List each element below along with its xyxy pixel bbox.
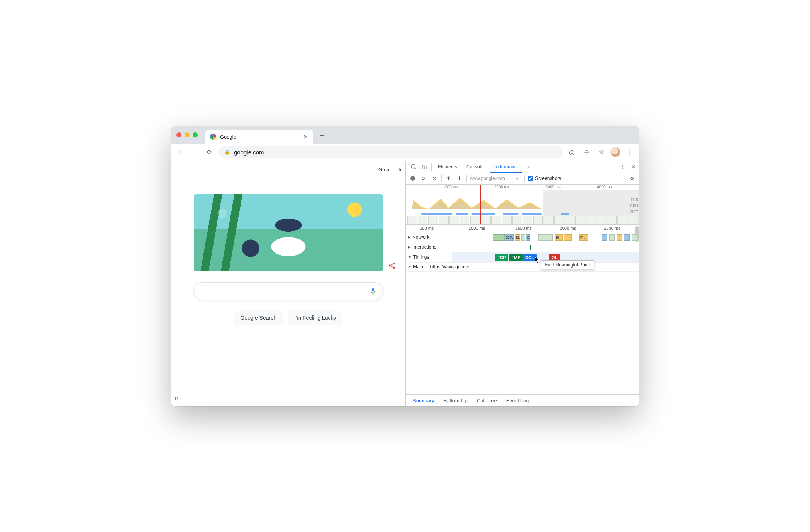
svg-rect-13	[522, 213, 541, 215]
chevron-right-icon[interactable]: ▶	[408, 245, 411, 249]
more-tabs-icon[interactable]: »	[524, 161, 533, 173]
record-button[interactable]	[409, 175, 417, 182]
performance-tracks[interactable]: 500 ms1000 ms1500 ms2000 ms2500 ms ▶Netw…	[406, 225, 639, 395]
track-interactions[interactable]: ▶Interactions	[406, 242, 639, 252]
browser-menu-icon[interactable]: ⋮	[624, 147, 635, 158]
track-main[interactable]: ▼Main — https://www.google.	[406, 263, 639, 272]
performance-toolbar: ⟳ ⊘ ⬆ ⬇ www.google.com #1 ▼ Screenshots …	[406, 173, 639, 185]
forward-button[interactable]: →	[190, 147, 200, 158]
google-top-links: Gmail Ir	[378, 167, 402, 173]
svg-rect-9	[421, 213, 452, 215]
page-cut-text: P	[175, 396, 178, 402]
settings-gear-icon[interactable]: ⚙	[628, 175, 636, 182]
lock-icon: 🔒	[224, 149, 230, 155]
svg-rect-8	[424, 166, 426, 169]
track-timings[interactable]: ▼Timings FCPFMPDCLOL	[406, 252, 639, 263]
browser-window: Google ✕ + ← → ⟳ 🔒 google.com ◎ ⊖ ☆ ⋮ Gm…	[171, 126, 639, 406]
devtools-close-icon[interactable]: ✕	[628, 161, 639, 173]
profile-name[interactable]: www.google.com #1	[470, 176, 511, 181]
tab-call-tree[interactable]: Call Tree	[472, 395, 502, 406]
google-button-row: Google Search I'm Feeling Lucky	[194, 311, 383, 325]
devtools-menu-icon[interactable]: ⋮	[617, 161, 628, 173]
address-bar[interactable]: 🔒 google.com	[219, 146, 563, 158]
chevron-down-icon[interactable]: ▼	[408, 255, 412, 259]
clear-button[interactable]: ⊘	[430, 175, 438, 182]
tooltip: First Meaningful Paint	[541, 260, 594, 269]
performance-overview[interactable]: 1000 ms2000 ms3000 ms4000 ms	[406, 185, 639, 225]
reload-button[interactable]: ⟳	[204, 147, 215, 158]
timeline-ruler: 500 ms1000 ms1500 ms2000 ms2500 ms	[406, 225, 639, 232]
back-button[interactable]: ←	[175, 147, 186, 158]
google-search-button[interactable]: Google Search	[234, 311, 283, 325]
profile-avatar[interactable]	[610, 147, 620, 157]
screenshots-checkbox[interactable]: Screenshots	[528, 176, 561, 181]
overview-lane-labels: FPS CPU NET	[630, 197, 638, 215]
link-images-cut[interactable]: Ir	[398, 167, 402, 173]
tab-strip: Google ✕ +	[171, 126, 639, 144]
devtools-tabstrip: Elements Console Performance » ⋮ ✕	[406, 161, 639, 173]
maximize-window-button[interactable]	[193, 132, 198, 137]
inspect-element-icon[interactable]	[408, 161, 419, 173]
svg-rect-10	[456, 213, 468, 215]
device-toolbar-icon[interactable]	[419, 161, 430, 173]
link-gmail[interactable]: Gmail	[378, 167, 391, 173]
screenshots-checkbox-input[interactable]	[528, 176, 533, 181]
feeling-lucky-button[interactable]: I'm Feeling Lucky	[288, 311, 343, 325]
bookmark-star-icon[interactable]: ☆	[596, 147, 607, 158]
devtools-panel: Elements Console Performance » ⋮ ✕ ⟳ ⊘ ⬆…	[405, 161, 639, 406]
target-icon[interactable]: ◎	[566, 147, 577, 158]
svg-rect-3	[372, 288, 374, 291]
reload-record-button[interactable]: ⟳	[420, 175, 427, 182]
tab-favicon	[210, 134, 216, 140]
mic-icon[interactable]	[369, 286, 376, 296]
close-window-button[interactable]	[176, 132, 181, 137]
profile-dropdown-icon[interactable]: ▼	[515, 176, 519, 181]
svg-rect-14	[561, 213, 569, 215]
svg-rect-11	[472, 213, 495, 215]
browser-tab[interactable]: Google ✕	[205, 130, 313, 144]
tab-summary[interactable]: Summary	[408, 395, 439, 406]
tab-title: Google	[220, 134, 300, 140]
tab-elements[interactable]: Elements	[433, 161, 462, 173]
save-profile-icon[interactable]: ⬇	[456, 175, 463, 182]
tab-event-log[interactable]: Event Log	[502, 395, 534, 406]
chevron-right-icon[interactable]: ▶	[408, 235, 411, 239]
tab-performance[interactable]: Performance	[488, 161, 524, 173]
zoom-out-icon[interactable]: ⊖	[581, 147, 592, 158]
url-text: google.com	[234, 149, 264, 156]
chevron-down-icon[interactable]: ▼	[408, 265, 412, 269]
screenshots-label: Screenshots	[535, 176, 561, 181]
google-search-input[interactable]	[194, 282, 383, 300]
track-network[interactable]: ▶Network gen..rs...clgm...	[406, 232, 639, 242]
cursor-icon	[535, 256, 540, 263]
minimize-window-button[interactable]	[185, 132, 190, 137]
window-controls	[176, 132, 198, 137]
google-doodle[interactable]	[194, 194, 383, 271]
tab-console[interactable]: Console	[462, 161, 488, 173]
flame-chart[interactable]	[406, 272, 639, 272]
load-profile-icon[interactable]: ⬆	[445, 175, 452, 182]
page-content: Gmail Ir Google Search I'm Feeling Lucky…	[171, 161, 405, 406]
new-tab-button[interactable]: +	[320, 131, 324, 140]
share-icon[interactable]	[388, 261, 396, 270]
tab-bottom-up[interactable]: Bottom-Up	[439, 395, 472, 406]
performance-bottom-tabs: Summary Bottom-Up Call Tree Event Log	[406, 395, 639, 406]
browser-toolbar: ← → ⟳ 🔒 google.com ◎ ⊖ ☆ ⋮	[171, 144, 639, 161]
close-tab-button[interactable]: ✕	[303, 134, 308, 140]
svg-rect-12	[503, 213, 518, 215]
